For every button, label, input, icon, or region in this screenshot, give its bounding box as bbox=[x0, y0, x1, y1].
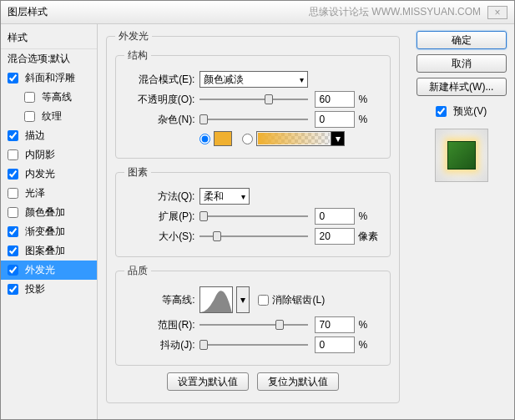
structure-group: 结构 混合模式(E): 颜色减淡 不透明度(O): % 杂色(N): bbox=[115, 48, 391, 159]
opacity-slider[interactable] bbox=[199, 92, 308, 107]
close-icon[interactable]: × bbox=[487, 6, 507, 19]
opacity-input[interactable] bbox=[315, 91, 355, 108]
spread-input[interactable] bbox=[315, 208, 355, 225]
contour-picker[interactable] bbox=[199, 286, 233, 313]
size-slider[interactable] bbox=[199, 229, 308, 244]
sidebar-item-contour[interactable]: 等高线 bbox=[1, 88, 97, 107]
sidebar-item-dropshadow[interactable]: 投影 bbox=[1, 280, 97, 299]
main-panel: 外发光 结构 混合模式(E): 颜色减淡 不透明度(O): % 杂色(N): bbox=[98, 24, 408, 419]
texture-checkbox[interactable] bbox=[24, 111, 35, 122]
noise-slider[interactable] bbox=[199, 112, 308, 127]
outer-glow-fieldset: 外发光 结构 混合模式(E): 颜色减淡 不透明度(O): % 杂色(N): bbox=[106, 29, 400, 403]
size-input[interactable] bbox=[315, 228, 355, 245]
range-slider[interactable] bbox=[199, 317, 308, 332]
patternoverlay-checkbox[interactable] bbox=[8, 245, 18, 256]
size-label: 大小(S): bbox=[124, 230, 199, 244]
innershadow-checkbox[interactable] bbox=[8, 149, 18, 160]
sidebar-blending-options[interactable]: 混合选项:默认 bbox=[1, 49, 97, 68]
panel-title: 外发光 bbox=[115, 29, 152, 43]
spread-label: 扩展(P): bbox=[124, 210, 199, 224]
right-column: 确定 取消 新建样式(W)... 预览(V) bbox=[408, 24, 514, 419]
preview-thumbnail bbox=[435, 129, 488, 182]
quality-group: 品质 等高线: ▾ 消除锯齿(L) 范围(R): % bbox=[115, 264, 391, 366]
range-label: 范围(R): bbox=[124, 318, 199, 332]
range-input[interactable] bbox=[315, 316, 355, 333]
technique-select[interactable]: 柔和 bbox=[199, 188, 250, 205]
preview-gem-icon bbox=[447, 141, 476, 170]
sidebar-item-patternoverlay[interactable]: 图案叠加 bbox=[1, 241, 97, 261]
sidebar-item-satin[interactable]: 光泽 bbox=[1, 184, 97, 203]
glow-gradient-swatch[interactable] bbox=[256, 131, 331, 146]
coloroverlay-checkbox[interactable] bbox=[8, 207, 18, 218]
bevel-checkbox[interactable] bbox=[8, 73, 18, 83]
sidebar-item-texture[interactable]: 纹理 bbox=[1, 107, 97, 126]
sidebar-item-bevel[interactable]: 斜面和浮雕 bbox=[1, 68, 97, 88]
sidebar-item-stroke[interactable]: 描边 bbox=[1, 126, 97, 145]
jitter-label: 抖动(J): bbox=[124, 338, 199, 352]
solid-color-radio[interactable] bbox=[199, 134, 210, 144]
watermark-text: 思缘设计论坛 WWW.MISSYUAN.COM bbox=[309, 5, 481, 19]
sidebar-item-innerglow[interactable]: 内发光 bbox=[1, 164, 97, 184]
sidebar-item-coloroverlay[interactable]: 颜色叠加 bbox=[1, 203, 97, 222]
sidebar-item-outerglow[interactable]: 外发光 bbox=[1, 261, 97, 280]
dropshadow-checkbox[interactable] bbox=[8, 284, 18, 295]
satin-checkbox[interactable] bbox=[8, 188, 18, 199]
antialias-label: 消除锯齿(L) bbox=[272, 293, 325, 307]
noise-input[interactable] bbox=[315, 111, 355, 128]
opacity-label: 不透明度(O): bbox=[124, 93, 199, 107]
contour-dropdown-icon[interactable]: ▾ bbox=[236, 286, 250, 313]
new-style-button[interactable]: 新建样式(W)... bbox=[417, 78, 507, 96]
technique-label: 方法(Q): bbox=[124, 190, 199, 204]
contour-subcheckbox[interactable] bbox=[24, 92, 35, 103]
jitter-input[interactable] bbox=[315, 337, 355, 353]
glow-color-swatch[interactable] bbox=[214, 131, 232, 146]
innerglow-checkbox[interactable] bbox=[8, 169, 18, 180]
elements-group: 图素 方法(Q): 柔和 扩展(P): % 大小(S): bbox=[115, 165, 391, 257]
layer-style-dialog: 图层样式 思缘设计论坛 WWW.MISSYUAN.COM × 样式 混合选项:默… bbox=[0, 0, 515, 420]
gradient-dropdown-icon[interactable]: ▾ bbox=[331, 131, 345, 146]
spread-slider[interactable] bbox=[199, 209, 308, 224]
sidebar-item-gradientoverlay[interactable]: 渐变叠加 bbox=[1, 222, 97, 241]
jitter-slider[interactable] bbox=[199, 337, 308, 352]
preview-label: 预览(V) bbox=[453, 104, 487, 119]
blendmode-label: 混合模式(E): bbox=[124, 73, 199, 87]
outerglow-checkbox[interactable] bbox=[8, 265, 18, 276]
gradient-radio[interactable] bbox=[242, 134, 253, 144]
sidebar-header[interactable]: 样式 bbox=[1, 28, 97, 49]
preview-checkbox[interactable] bbox=[436, 106, 447, 117]
gradientoverlay-checkbox[interactable] bbox=[8, 226, 18, 237]
antialias-checkbox[interactable] bbox=[258, 295, 269, 306]
noise-label: 杂色(N): bbox=[124, 113, 199, 127]
ok-button[interactable]: 确定 bbox=[417, 31, 507, 49]
reset-default-button[interactable]: 复位为默认值 bbox=[257, 372, 339, 391]
stroke-checkbox[interactable] bbox=[8, 130, 18, 141]
cancel-button[interactable]: 取消 bbox=[417, 54, 507, 73]
titlebar[interactable]: 图层样式 思缘设计论坛 WWW.MISSYUAN.COM × bbox=[1, 1, 514, 24]
blendmode-select[interactable]: 颜色减淡 bbox=[199, 71, 308, 88]
contour-curve-icon bbox=[200, 287, 232, 312]
styles-sidebar: 样式 混合选项:默认 斜面和浮雕 等高线 纹理 描边 内阴影 内发光 光泽 颜色… bbox=[1, 24, 98, 419]
sidebar-item-innershadow[interactable]: 内阴影 bbox=[1, 145, 97, 164]
make-default-button[interactable]: 设置为默认值 bbox=[167, 372, 249, 391]
contour-label: 等高线: bbox=[124, 293, 199, 307]
dialog-title: 图层样式 bbox=[8, 5, 48, 19]
